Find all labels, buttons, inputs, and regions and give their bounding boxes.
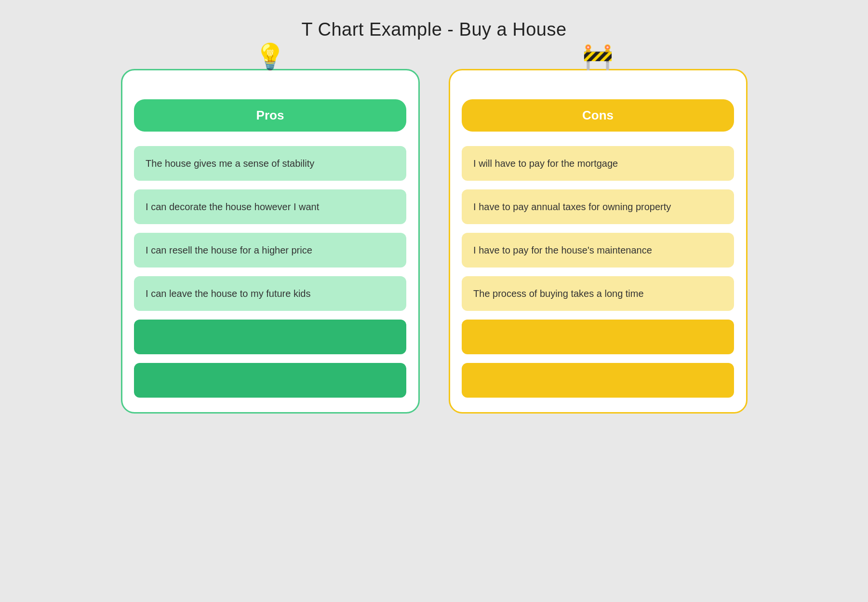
cons-header-label: Cons bbox=[582, 108, 614, 123]
page-title: T Chart Example - Buy a House bbox=[301, 19, 566, 40]
chart-container: 💡 Pros The house gives me a sense of sta… bbox=[121, 69, 748, 414]
lightbulb-icon: 💡 bbox=[254, 44, 286, 69]
pros-item-3: I can resell the house for a higher pric… bbox=[134, 233, 406, 268]
cons-item-6 bbox=[462, 363, 734, 398]
cons-item-5 bbox=[462, 320, 734, 354]
pros-item-1: The house gives me a sense of stability bbox=[134, 146, 406, 181]
cons-header: Cons bbox=[462, 99, 734, 132]
pros-items-list: The house gives me a sense of stability … bbox=[134, 146, 406, 398]
pros-header: Pros bbox=[134, 99, 406, 132]
pros-column: 💡 Pros The house gives me a sense of sta… bbox=[121, 69, 420, 414]
cons-items-list: I will have to pay for the mortgage I ha… bbox=[462, 146, 734, 398]
barrier-icon: 🚧 bbox=[582, 44, 614, 69]
pros-item-4: I can leave the house to my future kids bbox=[134, 276, 406, 311]
pros-item-5 bbox=[134, 320, 406, 354]
pros-header-label: Pros bbox=[256, 108, 284, 123]
pros-item-2: I can decorate the house however I want bbox=[134, 189, 406, 224]
cons-column: 🚧 Cons I will have to pay for the mortga… bbox=[449, 69, 748, 414]
cons-item-4: The process of buying takes a long time bbox=[462, 276, 734, 311]
pros-item-6 bbox=[134, 363, 406, 398]
cons-item-1: I will have to pay for the mortgage bbox=[462, 146, 734, 181]
cons-item-3: I have to pay for the house's maintenanc… bbox=[462, 233, 734, 268]
cons-item-2: I have to pay annual taxes for owning pr… bbox=[462, 189, 734, 224]
